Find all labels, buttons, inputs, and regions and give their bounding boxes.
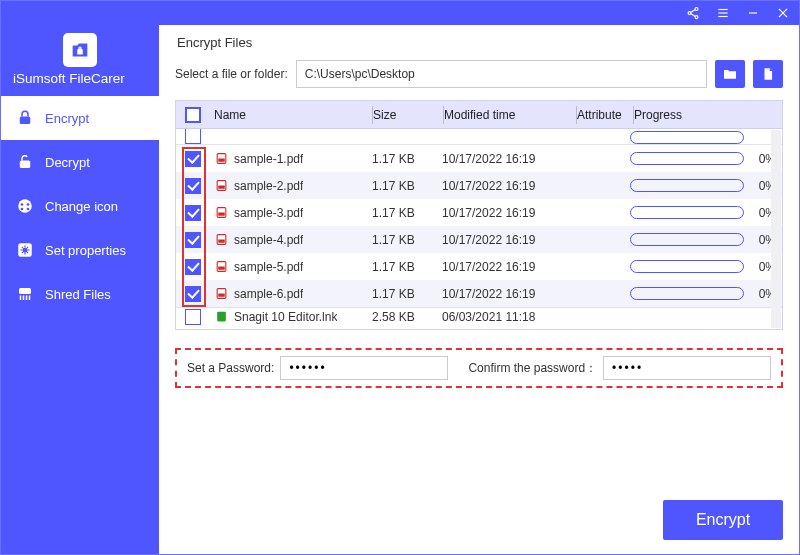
file-mtime: 10/17/2022 16:19	[442, 260, 535, 274]
svg-rect-35	[218, 267, 225, 270]
sidebar-item-encrypt[interactable]: Encrypt	[1, 96, 159, 140]
row-checkbox[interactable]	[185, 232, 201, 248]
file-name: sample-2.pdf	[234, 179, 303, 193]
table-row[interactable]: sample-5.pdf1.17 KB10/17/2022 16:190%	[176, 253, 782, 280]
confirm-password-input[interactable]	[603, 356, 771, 380]
brand: iSumsoft FileCarer	[1, 25, 159, 96]
pdf-file-icon	[214, 152, 228, 166]
file-size: 1.17 KB	[372, 287, 415, 301]
sidebar-item-label: Set properties	[45, 243, 126, 258]
lock-icon	[15, 108, 35, 128]
table-row[interactable]: sample-4.pdf1.17 KB10/17/2022 16:190%	[176, 226, 782, 253]
pdf-file-icon	[214, 260, 228, 274]
progress-bar	[630, 179, 744, 192]
sidebar-item-shred-files[interactable]: Shred Files	[1, 272, 159, 316]
sidebar-item-change-icon[interactable]: Change icon	[1, 184, 159, 228]
file-size: 2.58 KB	[372, 310, 415, 324]
share-icon[interactable]	[685, 5, 701, 21]
file-name: sample-6.pdf	[234, 287, 303, 301]
sidebar-item-set-properties[interactable]: Set properties	[1, 228, 159, 272]
grid-icon	[15, 196, 35, 216]
file-mtime: 06/03/2021 11:18	[442, 310, 535, 324]
svg-point-17	[21, 208, 24, 211]
table-row-partial-bottom: Snagit 10 Editor.lnk 2.58 KB 06/03/2021 …	[176, 307, 782, 325]
file-name: sample-1.pdf	[234, 152, 303, 166]
close-icon[interactable]	[775, 5, 791, 21]
file-mtime: 10/17/2022 16:19	[442, 233, 535, 247]
svg-rect-11	[77, 49, 83, 55]
file-name: sample-3.pdf	[234, 206, 303, 220]
set-password-input[interactable]	[280, 356, 448, 380]
scrollbar[interactable]	[771, 130, 781, 328]
table-row[interactable]: sample-3.pdf1.17 KB10/17/2022 16:190%	[176, 199, 782, 226]
page-title: Encrypt Files	[177, 35, 783, 50]
path-label: Select a file or folder:	[175, 67, 288, 81]
sidebar-item-label: Encrypt	[45, 111, 89, 126]
sidebar-item-decrypt[interactable]: Decrypt	[1, 140, 159, 184]
unlock-icon	[15, 152, 35, 172]
file-size: 1.17 KB	[372, 233, 415, 247]
browse-file-button[interactable]	[753, 60, 783, 88]
row-checkbox[interactable]	[185, 286, 201, 302]
svg-rect-29	[218, 186, 225, 189]
gear-icon	[15, 240, 35, 260]
progress-bar	[630, 260, 744, 273]
svg-rect-37	[218, 294, 225, 297]
progress-bar	[630, 152, 744, 165]
sidebar-item-label: Decrypt	[45, 155, 90, 170]
col-progress: Progress	[634, 108, 682, 122]
progress-bar	[630, 206, 744, 219]
table-row[interactable]: sample-1.pdf1.17 KB10/17/2022 16:190%	[176, 145, 782, 172]
row-checkbox[interactable]	[185, 151, 201, 167]
file-mtime: 10/17/2022 16:19	[442, 152, 535, 166]
progress-bar	[630, 287, 744, 300]
minimize-icon[interactable]	[745, 5, 761, 21]
title-bar	[1, 1, 799, 25]
lnk-file-icon	[214, 310, 228, 324]
app-window: iSumsoft FileCarer Encrypt Decrypt	[0, 0, 800, 555]
file-size: 1.17 KB	[372, 206, 415, 220]
table-body: sample-1.pdf1.17 KB10/17/2022 16:190%sam…	[176, 129, 782, 329]
file-mtime: 10/17/2022 16:19	[442, 287, 535, 301]
confirm-password-label: Confirm the password：	[468, 360, 597, 377]
menu-icon[interactable]	[715, 5, 731, 21]
pdf-file-icon	[214, 233, 228, 247]
encrypt-button[interactable]: Encrypt	[663, 500, 783, 540]
browse-folder-button[interactable]	[715, 60, 745, 88]
svg-point-14	[18, 199, 32, 213]
header-checkbox[interactable]	[185, 107, 201, 123]
table-row[interactable]: sample-6.pdf1.17 KB10/17/2022 16:190%	[176, 280, 782, 307]
row-checkbox[interactable]	[185, 259, 201, 275]
table-row[interactable]: sample-2.pdf1.17 KB10/17/2022 16:190%	[176, 172, 782, 199]
svg-rect-38	[217, 312, 226, 322]
brand-name: iSumsoft FileCarer	[11, 71, 149, 86]
col-size: Size	[373, 108, 396, 122]
row-checkbox[interactable]	[185, 205, 201, 221]
svg-rect-13	[20, 161, 31, 169]
svg-rect-33	[218, 240, 225, 243]
svg-rect-31	[218, 213, 225, 216]
progress-bar	[630, 233, 744, 246]
path-input[interactable]	[296, 60, 707, 88]
row-checkbox[interactable]	[185, 309, 201, 325]
svg-line-3	[691, 10, 696, 13]
svg-point-16	[27, 203, 30, 206]
col-name: Name	[214, 108, 246, 122]
col-mtime: Modified time	[444, 108, 515, 122]
row-checkbox[interactable]	[185, 178, 201, 194]
file-size: 1.17 KB	[372, 179, 415, 193]
svg-rect-27	[218, 159, 225, 162]
sidebar-item-label: Shred Files	[45, 287, 111, 302]
table-row-partial-top	[176, 129, 782, 145]
col-attr: Attribute	[577, 108, 622, 122]
pdf-file-icon	[214, 179, 228, 193]
row-checkbox[interactable]	[185, 129, 201, 144]
main-panel: Encrypt Files Select a file or folder: N…	[159, 25, 799, 554]
file-name: sample-4.pdf	[234, 233, 303, 247]
brand-icon	[63, 33, 97, 67]
file-mtime: 10/17/2022 16:19	[442, 206, 535, 220]
file-table: Name Size Modified time Attribute Progre…	[175, 100, 783, 330]
path-row: Select a file or folder:	[175, 60, 783, 88]
svg-line-4	[691, 14, 696, 17]
file-mtime: 10/17/2022 16:19	[442, 179, 535, 193]
